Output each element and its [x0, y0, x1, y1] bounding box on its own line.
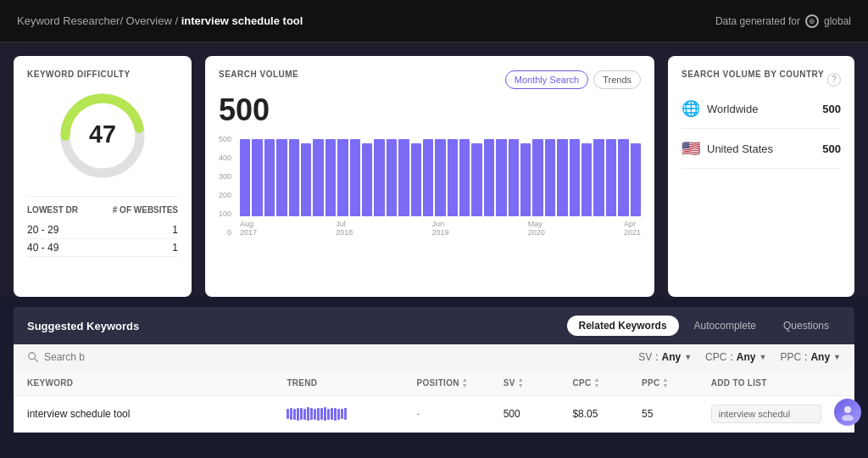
filter-options: SV : Any ▼ CPC : Any ▼ PPC : Any ▼ — [638, 351, 841, 363]
trend-bar — [324, 407, 326, 421]
data-label: Data generated for — [715, 15, 800, 27]
bar — [326, 139, 336, 216]
trend-bar — [341, 409, 343, 419]
row-position: - — [417, 408, 504, 420]
breadcrumb: Keyword Researcher/ Overview / interview… — [17, 14, 303, 27]
bar — [484, 139, 494, 216]
col-ppc[interactable]: PPC ▲▼ — [642, 377, 711, 388]
table-row: interview schedule tool - 500 $8.05 55 — [14, 396, 854, 433]
keyword-difficulty-card: KEYWORD DIFFICULTY 47 LOWEST DR # OF WEB… — [14, 56, 192, 297]
filter-bar: SV : Any ▼ CPC : Any ▼ PPC : Any ▼ — [14, 344, 854, 370]
sort-cpc: ▲▼ — [593, 377, 599, 388]
tab-questions[interactable]: Questions — [771, 316, 841, 336]
bar — [252, 139, 262, 216]
trend-bar — [287, 409, 289, 419]
us-value: 500 — [822, 142, 841, 155]
country-header: SEARCH VOLUME BY COUNTRY ? — [682, 70, 841, 89]
tab-trends[interactable]: Trends — [593, 70, 641, 89]
worldwide-flag: 🌐 — [682, 99, 700, 118]
kd-range-1: 20 - 29 — [27, 224, 58, 236]
sv-value: 500 — [219, 92, 641, 128]
sk-tabs: Related Keywords Autocomplete Questions — [567, 316, 841, 336]
bar — [606, 139, 616, 216]
trend-bar — [303, 409, 306, 420]
row-add-to-list[interactable] — [711, 405, 841, 423]
us-info: 🇺🇸 United States — [682, 139, 773, 158]
trend-bar — [290, 408, 292, 420]
search-box[interactable] — [27, 351, 214, 363]
bar — [387, 139, 397, 216]
kd-table-header: LOWEST DR # OF WEBSITES — [27, 205, 178, 215]
trend-bar — [297, 408, 299, 421]
kd-row-1: 20 - 29 1 — [27, 221, 178, 239]
globe-icon: ⊕ — [805, 14, 819, 28]
donut-chart: 47 — [56, 89, 149, 182]
bottom-section: Suggested Keywords Related Keywords Auto… — [0, 307, 868, 433]
chart-labels: Aug2017 Jul2018 Jun2019 May2020 Apr2021 — [240, 220, 641, 237]
search-input[interactable] — [44, 351, 214, 363]
bar — [289, 139, 299, 216]
bar — [545, 139, 555, 216]
search-icon — [27, 351, 39, 363]
col-cpc[interactable]: CPC ▲▼ — [572, 377, 642, 388]
bar — [471, 143, 481, 216]
filter-sv[interactable]: SV : Any ▼ — [638, 351, 692, 363]
col-trend: TREND — [287, 377, 416, 388]
bar — [411, 143, 421, 216]
trend-bar — [300, 408, 303, 420]
bar — [570, 139, 580, 216]
col-add-to-list: ADD TO LIST — [711, 377, 841, 388]
bar — [337, 139, 348, 216]
kd-range-2: 40 - 49 — [27, 242, 58, 254]
sort-position: ▲▼ — [462, 377, 468, 388]
sort-ppc: ▲▼ — [663, 377, 669, 388]
avatar[interactable] — [834, 399, 861, 426]
bar — [398, 139, 409, 216]
chart-area: 500 400 300 200 100 0 Aug2017 Jul2018 Ju… — [219, 135, 641, 237]
help-icon[interactable]: ? — [827, 73, 841, 87]
trend-bar — [344, 408, 347, 420]
tab-related-keywords[interactable]: Related Keywords — [567, 316, 679, 336]
trend-bars — [287, 405, 416, 422]
avatar-icon — [839, 404, 856, 421]
country-row-worldwide: 🌐 Worldwide 500 — [682, 89, 841, 129]
country-card: SEARCH VOLUME BY COUNTRY ? 🌐 Worldwide 5… — [668, 56, 854, 297]
bar — [423, 139, 433, 216]
trend-bar — [310, 408, 313, 420]
bar — [276, 139, 287, 216]
bar — [509, 139, 519, 216]
sv-title: SEARCH VOLUME — [219, 70, 298, 79]
row-cpc: $8.05 — [572, 408, 642, 420]
country-row-us: 🇺🇸 United States 500 — [682, 129, 841, 169]
kd-col2: # OF WEBSITES — [113, 205, 178, 215]
bar — [435, 139, 445, 216]
bar — [532, 139, 542, 216]
bar — [240, 139, 250, 216]
col-keyword: KEYWORD — [27, 377, 287, 388]
suggested-keywords-title: Suggested Keywords — [27, 320, 139, 332]
breadcrumb-keyword: interview schedule tool — [181, 14, 303, 27]
col-sv[interactable]: SV ▲▼ — [504, 377, 573, 388]
bar — [618, 139, 628, 216]
tab-autocomplete[interactable]: Autocomplete — [682, 316, 768, 336]
row-keyword: interview schedule tool — [27, 408, 287, 420]
tab-monthly-search[interactable]: Monthly Search — [505, 70, 588, 89]
bar — [581, 143, 592, 216]
kd-table: LOWEST DR # OF WEBSITES 20 - 29 1 40 - 4… — [27, 196, 178, 257]
us-name: United States — [707, 142, 773, 155]
search-volume-card: SEARCH VOLUME Monthly Search Trends 500 … — [205, 56, 654, 297]
worldwide-info: 🌐 Worldwide — [682, 99, 758, 118]
trend-bar — [317, 408, 320, 421]
bar — [593, 139, 604, 216]
suggested-keywords-header: Suggested Keywords Related Keywords Auto… — [14, 307, 854, 344]
trend-bar — [334, 408, 337, 421]
filter-ppc[interactable]: PPC : Any ▼ — [780, 351, 841, 363]
add-to-list-input[interactable] — [711, 405, 821, 423]
col-position[interactable]: POSITION ▲▼ — [417, 377, 504, 388]
bar-chart — [240, 135, 641, 216]
country-title: SEARCH VOLUME BY COUNTRY — [682, 70, 824, 79]
kd-count-2: 1 — [172, 242, 178, 254]
kd-col1: LOWEST DR — [27, 205, 78, 215]
breadcrumb-prefix: Keyword Researcher/ Overview / — [17, 14, 181, 27]
filter-cpc[interactable]: CPC : Any ▼ — [705, 351, 766, 363]
